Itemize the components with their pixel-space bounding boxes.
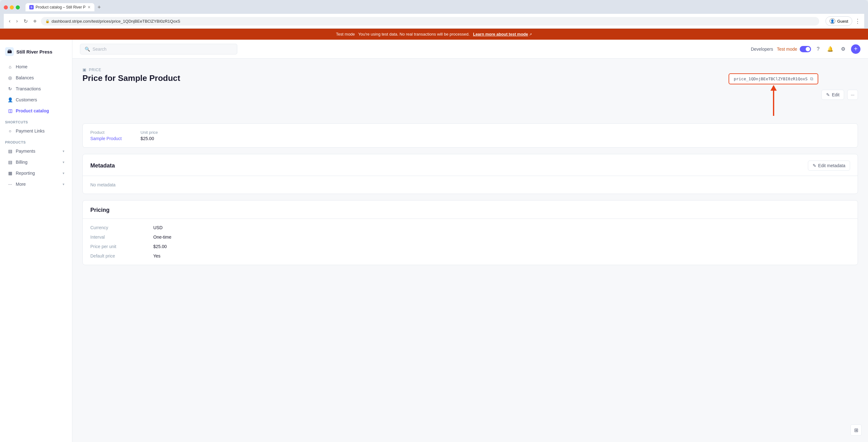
sidebar-item-payments[interactable]: ▤ Payments ▾: [2, 146, 69, 156]
notifications-btn[interactable]: 🔔: [825, 44, 835, 54]
tab-title: Product catalog – Still River P: [36, 5, 86, 9]
maximize-window-btn[interactable]: [16, 5, 20, 9]
url-text: dashboard.stripe.com/test/prices/price_1…: [52, 19, 180, 24]
grid-icon-btn[interactable]: ⊞: [850, 424, 862, 436]
url-input[interactable]: 🔒 dashboard.stripe.com/test/prices/price…: [41, 17, 819, 26]
company-name: Still River Press: [17, 49, 52, 55]
back-btn[interactable]: ‹: [7, 17, 12, 25]
products-nav: ▤ Payments ▾ ▤ Billing ▾ ▦ Reporting ▾: [0, 146, 72, 189]
minimize-window-btn[interactable]: [10, 5, 14, 9]
traffic-lights: [4, 5, 20, 9]
interval-value: One-time: [153, 235, 172, 240]
metadata-title: Metadata: [90, 163, 115, 169]
header-actions: Developers Test mode ? 🔔 ⚙ +: [751, 44, 861, 54]
sidebar-item-home[interactable]: ⌂ Home: [2, 61, 69, 72]
forward-btn[interactable]: ›: [15, 17, 19, 25]
sidebar-item-payment-links[interactable]: ○ Payment Links: [2, 126, 69, 136]
test-mode-learn-more-link[interactable]: Learn more about test mode: [473, 32, 528, 36]
developers-link[interactable]: Developers: [751, 47, 773, 52]
sidebar-logo: 🏔 Still River Press: [0, 45, 72, 61]
app-body: 🏔 Still River Press ⌂ Home ◎ Balances ↻ …: [0, 40, 868, 442]
sidebar-item-reporting[interactable]: ▦ Reporting ▾: [2, 168, 69, 178]
guest-label: Guest: [837, 19, 848, 24]
info-btn[interactable]: ⊕: [32, 18, 38, 25]
more-actions-btn[interactable]: ···: [847, 90, 858, 100]
price-detail-grid: Product Sample Product Unit price $25.00: [90, 130, 850, 141]
pricing-row-currency: Currency USD: [90, 225, 850, 230]
guest-profile-btn[interactable]: 👤 Guest: [826, 17, 852, 26]
pricing-title: Pricing: [90, 207, 110, 213]
metadata-card: Metadata ✎ Edit metadata No metadata: [83, 154, 858, 194]
price-label-icon: ▣: [83, 67, 87, 72]
tab-bar: S Product catalog – Still River P ✕ +: [26, 3, 102, 11]
edit-metadata-btn[interactable]: ✎ Edit metadata: [808, 160, 850, 171]
price-id-box: price_1QDnjBEeTBClZYBI0zR1QoxS ⧉: [728, 73, 818, 84]
chevron-down-icon: ▾: [63, 149, 64, 153]
test-mode-toggle: Test mode: [777, 46, 811, 52]
lock-icon: 🔒: [45, 19, 50, 23]
transactions-icon: ↻: [7, 86, 12, 91]
chevron-down-icon: ▾: [63, 160, 64, 164]
tab-favicon: S: [29, 5, 34, 9]
browser-actions: 👤 Guest ⋮: [826, 17, 861, 26]
metadata-header: Metadata ✎ Edit metadata: [83, 154, 858, 176]
page-title: Price for Sample Product: [83, 73, 180, 83]
price-id-text: price_1QDnjBEeTBClZYBI0zR1QoxS: [734, 77, 808, 81]
product-catalog-icon: ◫: [7, 108, 12, 113]
sidebar-item-label: More: [16, 182, 26, 187]
help-btn[interactable]: ?: [815, 45, 822, 54]
shortcuts-nav: ○ Payment Links: [0, 126, 72, 136]
price-per-unit-label: Price per unit: [90, 244, 153, 249]
search-icon: 🔍: [85, 47, 90, 52]
browser-menu-btn[interactable]: ⋮: [855, 18, 861, 25]
sidebar: 🏔 Still River Press ⌂ Home ◎ Balances ↻ …: [0, 40, 72, 442]
reporting-icon: ▦: [7, 171, 12, 176]
sidebar-item-transactions[interactable]: ↻ Transactions: [2, 83, 69, 94]
red-arrow: [770, 85, 777, 116]
sidebar-item-label: Billing: [16, 159, 27, 165]
sidebar-item-product-catalog[interactable]: ◫ Product catalog: [2, 106, 69, 116]
sidebar-item-billing[interactable]: ▤ Billing ▾: [2, 157, 69, 168]
page-title-row: Price for Sample Product price_1QDnjBEeT…: [83, 73, 858, 116]
copy-icon[interactable]: ⧉: [810, 76, 813, 82]
home-icon: ⌂: [7, 64, 12, 69]
price-details-body: Product Sample Product Unit price $25.00: [83, 124, 858, 147]
sidebar-item-label: Product catalog: [16, 108, 49, 113]
sidebar-item-label: Payment Links: [16, 128, 45, 134]
refresh-btn[interactable]: ↻: [22, 17, 29, 26]
product-link[interactable]: Sample Product: [90, 136, 122, 141]
sidebar-item-balances[interactable]: ◎ Balances: [2, 72, 69, 83]
currency-label: Currency: [90, 225, 153, 230]
sidebar-item-customers[interactable]: 👤 Customers: [2, 94, 69, 105]
test-banner-text: You're using test data. No real transact…: [358, 32, 470, 36]
tab-close-btn[interactable]: ✕: [88, 5, 91, 9]
test-mode-toggle-switch[interactable]: [800, 46, 811, 52]
pricing-body: Currency USD Interval One-time Price per…: [83, 219, 858, 265]
address-bar: ‹ › ↻ ⊕ 🔒 dashboard.stripe.com/test/pric…: [4, 14, 864, 29]
page-label: ▣ PRICE: [83, 67, 858, 72]
edit-btn[interactable]: ✎ Edit: [822, 90, 844, 100]
default-price-value: Yes: [153, 254, 160, 259]
settings-btn[interactable]: ⚙: [839, 44, 847, 54]
more-icon: ···: [7, 182, 12, 187]
shortcuts-section-label: Shortcuts: [0, 116, 72, 125]
close-window-btn[interactable]: [4, 5, 8, 9]
customers-icon: 👤: [7, 97, 12, 102]
external-link-icon: ↗: [529, 32, 532, 36]
sidebar-item-more[interactable]: ··· More ▾: [2, 179, 69, 189]
content-area: 🔍 Search Developers Test mode ? 🔔 ⚙ +: [72, 40, 868, 442]
metadata-body: No metadata: [83, 176, 858, 194]
test-mode-banner: Test mode You're using test data. No rea…: [0, 29, 868, 40]
active-tab[interactable]: S Product catalog – Still River P ✕: [26, 3, 94, 11]
sidebar-item-label: Customers: [16, 97, 37, 102]
pricing-row-default-price: Default price Yes: [90, 254, 850, 259]
pricing-row-price-per-unit: Price per unit $25.00: [90, 244, 850, 249]
unit-price-label: Unit price: [141, 130, 158, 135]
arrow-head: [770, 85, 777, 91]
unit-price-value: $25.00: [141, 136, 158, 141]
browser-titlebar: S Product catalog – Still River P ✕ +: [4, 3, 864, 11]
add-btn[interactable]: +: [851, 45, 861, 54]
search-bar[interactable]: 🔍 Search: [80, 44, 237, 55]
new-tab-btn[interactable]: +: [96, 4, 103, 11]
pricing-header: Pricing: [83, 201, 858, 219]
